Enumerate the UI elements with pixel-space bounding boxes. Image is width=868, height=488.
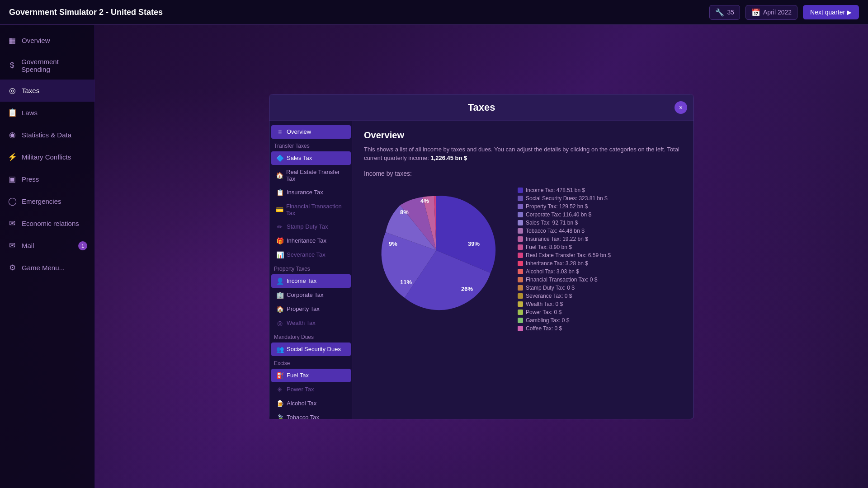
tax-property[interactable]: 🏠 Property Tax xyxy=(271,302,351,316)
mail-icon: ✉ xyxy=(7,241,17,250)
tax-fuel[interactable]: ⛽ Fuel Tax xyxy=(271,369,351,382)
mail-badge: 1 xyxy=(78,241,87,250)
next-quarter-button[interactable]: Next quarter ▶ xyxy=(803,5,859,19)
laws-icon: 📋 xyxy=(7,108,17,117)
legend-label-coffee: Coffee Tax: 0 $ xyxy=(526,325,562,332)
legend-item-wealth: Wealth Tax: 0 $ xyxy=(518,301,683,307)
sidebar: ▦ Overview $ Government Spending ◎ Taxes… xyxy=(0,25,95,488)
tax-corporate[interactable]: 🏢 Corporate Tax xyxy=(271,288,351,302)
tax-inheritance[interactable]: 🎁 Inheritance Tax xyxy=(271,234,351,248)
legend-label-fuel: Fuel Tax: 8.90 bn $ xyxy=(526,244,572,250)
transfer-taxes-label: Transfer Taxes xyxy=(269,139,353,151)
sidebar-item-taxes[interactable]: ◎ Taxes xyxy=(0,80,94,102)
legend-color-income xyxy=(518,188,523,193)
legend-item-property: Property Tax: 129.52 bn $ xyxy=(518,203,683,210)
main-content: Taxes × ≡ Overview Transfer Taxes 🔷 Sale… xyxy=(95,25,868,488)
sidebar-label-laws: Laws xyxy=(22,109,38,117)
legend-color-corporate xyxy=(518,212,523,217)
sidebar-label-economic: Economic relations xyxy=(22,220,79,227)
legend-color-social-security xyxy=(518,196,523,201)
tax-stamp-duty[interactable]: ✏ Stamp Duty Tax xyxy=(271,220,351,234)
sidebar-item-game-menu[interactable]: ⚙ Game Menu... xyxy=(0,257,94,279)
legend-color-property xyxy=(518,204,523,209)
legend-item-severance: Severance Tax: 0 $ xyxy=(518,293,683,299)
legend-label-income: Income Tax: 478.51 bn $ xyxy=(526,187,585,193)
overview-list-icon: ≡ xyxy=(276,128,284,136)
sidebar-item-overview[interactable]: ▦ Overview xyxy=(0,29,94,52)
emergencies-icon: ◯ xyxy=(7,197,17,206)
property-taxes-label: Property Taxes xyxy=(269,262,353,274)
legend-label-property: Property Tax: 129.52 bn $ xyxy=(526,203,588,210)
sidebar-label-emergencies: Emergencies xyxy=(22,197,61,205)
tax-overview-button[interactable]: ≡ Overview xyxy=(271,125,351,139)
legend-item-sales: Sales Tax: 92.71 bn $ xyxy=(518,220,683,226)
pie-label-9: 9% xyxy=(389,240,397,247)
taxes-icon: ◎ xyxy=(7,86,17,95)
tax-real-estate[interactable]: 🏠 Real Estate Transfer Tax xyxy=(271,165,351,185)
sidebar-item-emergencies[interactable]: ◯ Emergencies xyxy=(0,190,94,212)
overview-icon: ▦ xyxy=(7,36,17,45)
statistics-icon: ◉ xyxy=(7,130,17,140)
excise-label: Excise xyxy=(269,357,353,368)
legend-item-power: Power Tax: 0 $ xyxy=(518,309,683,315)
wrench-icon: 🔧 xyxy=(715,8,724,17)
pie-label-8: 8% xyxy=(400,209,409,216)
legend-label-insurance: Insurance Tax: 19.22 bn $ xyxy=(526,236,588,242)
sidebar-item-press[interactable]: ▣ Press xyxy=(0,168,94,190)
sidebar-item-government-spending[interactable]: $ Government Spending xyxy=(0,52,94,80)
legend-item-inheritance: Inheritance Tax: 3.28 bn $ xyxy=(518,260,683,267)
tax-financial-transaction[interactable]: 💳 Financial Transaction Tax xyxy=(271,200,351,220)
sidebar-item-statistics[interactable]: ◉ Statistics & Data xyxy=(0,124,94,146)
sidebar-item-military[interactable]: ⚡ Military Conflicts xyxy=(0,146,94,168)
tax-income[interactable]: 👤 Income Tax xyxy=(271,274,351,288)
actions-count: 35 xyxy=(727,9,734,16)
sidebar-item-economic[interactable]: ✉ Economic relations xyxy=(0,212,94,235)
top-bar: Government Simulator 2 - United States 🔧… xyxy=(0,0,868,25)
income-by-taxes-label: Income by taxes: xyxy=(364,170,683,177)
taxes-modal: Taxes × ≡ Overview Transfer Taxes 🔷 Sale… xyxy=(269,94,694,419)
tax-alcohol[interactable]: 🍺 Alcohol Tax xyxy=(271,397,351,410)
sidebar-label-taxes: Taxes xyxy=(22,87,39,94)
sidebar-label-mail: Mail xyxy=(22,242,34,249)
pie-label-39: 39% xyxy=(468,240,480,247)
game-menu-icon: ⚙ xyxy=(7,263,17,272)
legend-label-corporate: Corporate Tax: 116.40 bn $ xyxy=(526,211,591,218)
overview-item-label: Overview xyxy=(287,128,311,135)
chart-area: 39% 26% 11% 9% 8% 4% Income Tax: 478.51 … xyxy=(364,183,683,332)
tax-insurance[interactable]: 📋 Insurance Tax xyxy=(271,186,351,199)
chart-legend: Income Tax: 478.51 bn $ Social Security … xyxy=(518,183,683,332)
tax-power[interactable]: ✳ Power Tax xyxy=(271,383,351,396)
legend-item-fuel: Fuel Tax: 8.90 bn $ xyxy=(518,244,683,250)
sidebar-label-overview: Overview xyxy=(22,37,50,44)
legend-item-stamp-duty: Stamp Duty Tax: 0 $ xyxy=(518,285,683,291)
legend-item-social-security: Social Security Dues: 323.81 bn $ xyxy=(518,195,683,202)
sidebar-label-press: Press xyxy=(22,175,39,183)
current-date: April 2022 xyxy=(763,9,792,16)
modal-close-button[interactable]: × xyxy=(675,101,687,114)
legend-label-sales: Sales Tax: 92.71 bn $ xyxy=(526,220,578,226)
legend-color-wealth xyxy=(518,301,523,307)
pie-label-4: 4% xyxy=(420,197,429,204)
legend-color-stamp-duty xyxy=(518,285,523,291)
app-title: Government Simulator 2 - United States xyxy=(9,8,163,17)
legend-label-inheritance: Inheritance Tax: 3.28 bn $ xyxy=(526,260,588,267)
tax-wealth[interactable]: ◎ Wealth Tax xyxy=(271,316,351,330)
tax-tobacco[interactable]: 🍃 Tobacco Tax xyxy=(271,411,351,419)
top-bar-actions: 🔧 35 📅 April 2022 Next quarter ▶ xyxy=(709,5,859,20)
legend-color-coffee xyxy=(518,326,523,331)
tax-sales-tax[interactable]: 🔷 Sales Tax xyxy=(271,151,351,165)
legend-label-social-security: Social Security Dues: 323.81 bn $ xyxy=(526,195,608,202)
modal-title: Taxes xyxy=(468,102,495,113)
calendar-icon: 📅 xyxy=(751,8,760,17)
pie-label-26: 26% xyxy=(461,286,473,292)
sidebar-item-laws[interactable]: 📋 Laws xyxy=(0,102,94,124)
tax-social-security[interactable]: 👥 Social Security Dues xyxy=(271,343,351,356)
legend-color-inheritance xyxy=(518,261,523,266)
legend-color-alcohol xyxy=(518,269,523,274)
legend-label-stamp-duty: Stamp Duty Tax: 0 $ xyxy=(526,285,575,291)
sidebar-item-mail[interactable]: ✉ Mail 1 xyxy=(0,235,94,257)
tax-severance[interactable]: 📊 Severance Tax xyxy=(271,248,351,262)
overview-description: This shows a list of all income by taxes… xyxy=(364,145,683,163)
right-panel: Overview This shows a list of all income… xyxy=(353,121,693,419)
left-panel: ≡ Overview Transfer Taxes 🔷 Sales Tax 🏠 … xyxy=(269,121,353,419)
